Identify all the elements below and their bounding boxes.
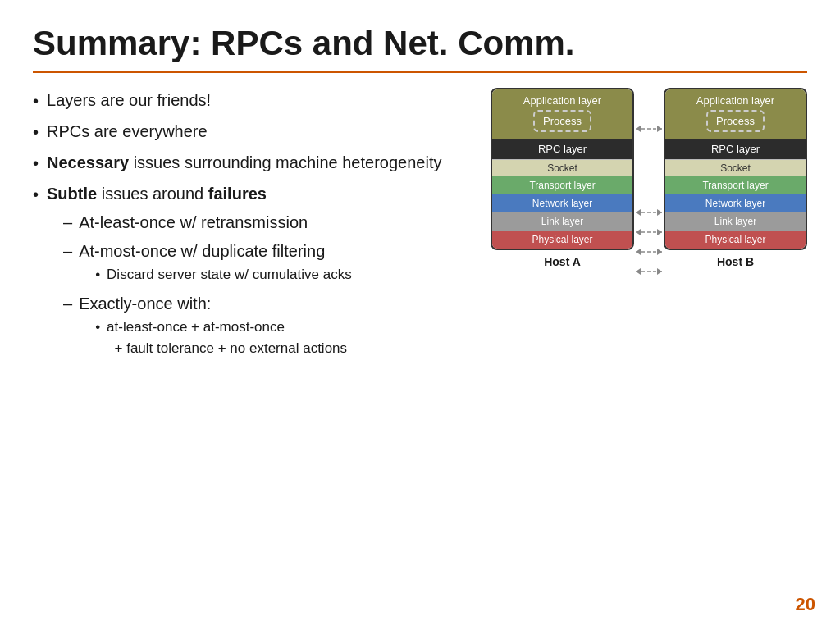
bullet-2: RPCs are everywhere [33, 119, 474, 145]
host-a-physical-layer: Physical layer [492, 231, 632, 249]
link-arrow-svg [634, 246, 664, 258]
bullet-list: Layers are our friends! RPCs are everywh… [33, 88, 474, 369]
svg-marker-5 [636, 209, 641, 216]
svg-marker-4 [657, 209, 662, 216]
sub-item-3-text: Exactly-once with: [79, 294, 211, 313]
svg-marker-2 [636, 126, 641, 132]
sub-item-3: Exactly-once with: at-least-once + at-mo… [63, 291, 352, 362]
bullet-3: Necessary issues surrounding machine het… [33, 150, 474, 176]
arrows-between-hosts [634, 88, 664, 281]
sub-sub-list-2: at-least-once + at-most-once + fault tol… [95, 317, 347, 360]
bullet-2-text: RPCs are everywhere [47, 119, 208, 144]
host-a-rpc-layer: RPC layer [492, 139, 632, 159]
host-a-column: Application layer Process RPC layer Sock… [491, 88, 634, 268]
bullet-3-text: Necessary issues surrounding machine het… [47, 150, 441, 176]
host-a-transport-layer: Transport layer [492, 176, 632, 194]
sub-item-2: At-most-once w/ duplicate filtering Disc… [63, 239, 352, 287]
host-b-label: Host B [664, 255, 807, 268]
host-b-app-layer: Application layer Process [665, 89, 806, 139]
host-b-transport-layer: Transport layer [665, 176, 806, 194]
slide-title: Summary: RPCs and Net. Comm. [33, 25, 807, 62]
host-b-network-layer: Network layer [665, 194, 806, 212]
bullet-4-text: Subtle issues around failures [47, 185, 267, 203]
svg-marker-7 [657, 229, 662, 235]
host-b-physical-layer: Physical layer [665, 231, 806, 249]
process-arrow [634, 116, 664, 141]
svg-marker-1 [657, 126, 662, 132]
host-b-link-layer: Link layer [665, 212, 806, 231]
network-arrow [634, 222, 664, 242]
physical-arrow [634, 262, 664, 281]
svg-marker-10 [657, 249, 662, 255]
host-b-column: Application layer Process RPC layer Sock… [664, 88, 807, 268]
hosts-row: Application layer Process RPC layer Sock… [491, 88, 807, 281]
host-b-box: Application layer Process RPC layer Sock… [664, 88, 807, 250]
host-b-socket-layer: Socket [665, 159, 806, 176]
svg-marker-13 [657, 268, 662, 275]
host-b-rpc-layer: RPC layer [665, 139, 806, 159]
page-number: 20 [796, 594, 815, 615]
sub-item-1-text: At-least-once w/ retransmission [79, 210, 308, 235]
svg-marker-8 [636, 229, 641, 235]
sub-item-2-text: At-most-once w/ duplicate filtering [79, 242, 325, 260]
host-a-app-layer: Application layer Process [492, 89, 632, 139]
bullet-1-text: Layers are our friends! [47, 88, 211, 113]
title-underline [33, 71, 807, 73]
bullet-4: Subtle issues around failures At-least-o… [33, 181, 474, 364]
host-a-label: Host A [491, 255, 634, 268]
content-area: Layers are our friends! RPCs are everywh… [33, 88, 807, 369]
transport-arrow-svg [634, 207, 664, 218]
network-arrow-svg [634, 226, 664, 238]
link-arrow [634, 242, 664, 262]
host-a-box: Application layer Process RPC layer Sock… [491, 88, 634, 250]
sub-list: At-least-once w/ retransmission At-most-… [63, 210, 352, 361]
host-a-process-box: Process [533, 110, 591, 132]
bullet-1: Layers are our friends! [33, 88, 474, 114]
transport-arrow [634, 203, 664, 222]
subsub-item-2: at-least-once + at-most-once + fault tol… [95, 317, 347, 360]
host-a-link-layer: Link layer [492, 212, 632, 231]
subsub-item-1-text: Discard server state w/ cumulative acks [107, 264, 352, 285]
diagram-wrapper: Application layer Process RPC layer Sock… [491, 88, 807, 281]
sub-sub-list-1: Discard server state w/ cumulative acks [95, 264, 352, 285]
process-arrow-svg [634, 123, 664, 135]
subsub-item-1: Discard server state w/ cumulative acks [95, 264, 352, 285]
svg-marker-14 [636, 268, 641, 275]
host-b-process-box: Process [706, 110, 765, 132]
host-b-app-title: Application layer [669, 94, 802, 107]
host-a-network-layer: Network layer [492, 194, 632, 212]
slide-container: Summary: RPCs and Net. Comm. Layers are … [0, 0, 840, 630]
svg-marker-11 [636, 249, 641, 255]
physical-arrow-svg [634, 266, 664, 277]
host-a-socket-layer: Socket [492, 159, 632, 176]
sub-item-1: At-least-once w/ retransmission [63, 210, 352, 235]
host-a-app-title: Application layer [495, 94, 629, 107]
subsub-item-2-text: at-least-once + at-most-once + fault tol… [107, 317, 347, 360]
